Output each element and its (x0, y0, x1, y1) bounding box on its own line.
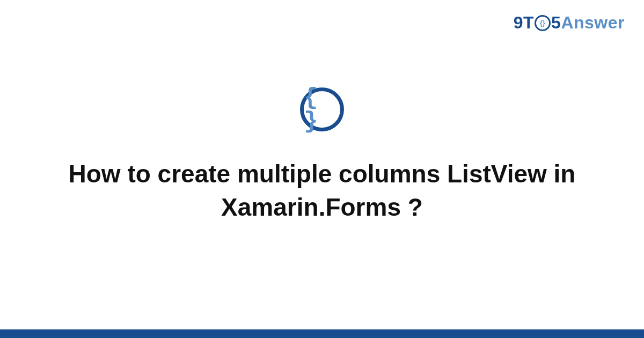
footer-accent-bar (0, 329, 644, 338)
question-title: How to create multiple columns ListView … (64, 157, 580, 224)
main-content: { } How to create multiple columns ListV… (0, 0, 644, 338)
code-braces-icon: { } (304, 86, 340, 133)
category-badge: { } (300, 87, 344, 131)
